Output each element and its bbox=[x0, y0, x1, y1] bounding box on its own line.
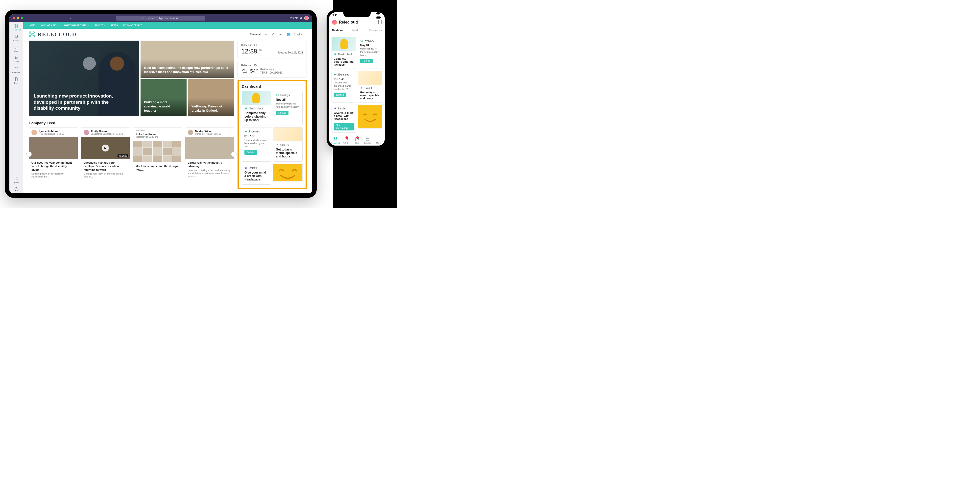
nav-more[interactable]: ⋯ More bbox=[373, 137, 384, 144]
feed-thumb bbox=[29, 137, 78, 159]
partly-cloudy-icon bbox=[241, 68, 248, 74]
calendar-icon bbox=[366, 137, 370, 141]
rail-more[interactable]: … bbox=[15, 88, 18, 90]
forward-icon[interactable]: › bbox=[70, 16, 71, 20]
nav-news[interactable]: NEWS bbox=[111, 24, 118, 27]
nav-happening[interactable]: WHAT'S HAPPENING ⌄ bbox=[64, 24, 89, 27]
see-all-button[interactable]: See all bbox=[360, 59, 373, 63]
details-button[interactable]: Details bbox=[245, 150, 257, 155]
hero-tertiary-2[interactable]: Wellbeing: Carve out breaks in Outlook bbox=[188, 79, 234, 116]
tab-feed[interactable]: Feed bbox=[352, 27, 358, 34]
refresh-icon[interactable]: ⟳ bbox=[271, 32, 275, 37]
more-icon[interactable]: ⋯ bbox=[283, 16, 286, 20]
calendar-icon bbox=[276, 94, 279, 97]
rail-activity[interactable]: Activity bbox=[13, 34, 19, 41]
nav-findit[interactable]: FIND IT ⌄ bbox=[95, 24, 106, 27]
bell-icon bbox=[14, 34, 19, 39]
window-minimize-icon[interactable] bbox=[17, 17, 19, 19]
tab-dashboard[interactable]: Dashboard bbox=[332, 27, 346, 34]
feed-card[interactable]: Emily Bruan Leadership Connection • Sep … bbox=[81, 128, 130, 181]
back-icon[interactable]: ‹ bbox=[67, 16, 68, 20]
brand-name: RELECLOUD bbox=[38, 31, 76, 38]
status-bar: 9:41 bbox=[329, 13, 385, 18]
nav-home[interactable]: HOME bbox=[29, 24, 35, 27]
svg-rect-25 bbox=[379, 11, 380, 14]
video-duration: 00:14:06 bbox=[118, 155, 128, 158]
svg-rect-23 bbox=[377, 13, 378, 14]
svg-point-7 bbox=[17, 57, 18, 58]
dash-expenses[interactable]: Expenses $167.52 Unsubmitted expenses ba… bbox=[242, 127, 271, 162]
feed-next-button[interactable]: › bbox=[231, 152, 237, 157]
nav-calendar[interactable]: Calendar bbox=[362, 137, 373, 144]
main-right: Relecloud HQ 12:39 PM Tuesday Sept 28, 2… bbox=[237, 41, 307, 189]
status-time: 9:41 bbox=[332, 14, 337, 17]
hero-primary[interactable]: Launching new product innovation, develo… bbox=[29, 41, 139, 116]
signal-icon bbox=[376, 11, 380, 14]
star-icon[interactable]: ☆ bbox=[264, 32, 268, 37]
chevron-down-icon: ⌄ bbox=[103, 24, 106, 27]
calendar-icon bbox=[360, 39, 363, 42]
feed-heading: Company Feed bbox=[29, 121, 234, 125]
dash-holidays[interactable]: Holidays Nov 25 Thanksgiving is the next… bbox=[273, 91, 302, 125]
ph-insights[interactable]: Insights Give your mind a break with Hea… bbox=[331, 105, 356, 133]
svg-rect-8 bbox=[15, 67, 18, 70]
hero-tertiary-1[interactable]: Building a more sustainable world togeth… bbox=[140, 79, 186, 116]
tenant-name: Relecloud bbox=[289, 16, 302, 20]
start-meditating-button[interactable]: Start meditating bbox=[334, 123, 354, 131]
rail-files[interactable]: Files bbox=[14, 77, 19, 84]
user-avatar[interactable] bbox=[304, 16, 309, 20]
svg-rect-27 bbox=[380, 17, 381, 18]
ph-health[interactable]: Health check Complete before entering fa… bbox=[331, 37, 356, 69]
nav-relecloud[interactable]: Relecloud bbox=[330, 137, 341, 144]
heart-icon bbox=[245, 107, 247, 110]
page: HOME WHO WE ARE ⌄ WHAT'S HAPPENING ⌄ FIN… bbox=[23, 22, 312, 193]
search-placeholder: Search or type a command bbox=[146, 17, 179, 19]
rail-apps[interactable]: Apps bbox=[14, 176, 19, 183]
dash-headspace[interactable] bbox=[273, 164, 302, 182]
details-button[interactable]: Details bbox=[334, 93, 346, 97]
rail-teams[interactable]: Teams bbox=[13, 56, 19, 63]
health-illustration bbox=[242, 91, 271, 105]
svg-rect-24 bbox=[378, 12, 379, 14]
play-icon bbox=[276, 144, 279, 146]
hero-secondary[interactable]: Meet the team behind the design: How par… bbox=[140, 41, 234, 78]
user-avatar[interactable] bbox=[332, 20, 337, 25]
tab-general[interactable]: General bbox=[250, 33, 261, 36]
feed-card[interactable]: Lynne Robbins Relecloud News • Sep 19 Ou… bbox=[29, 128, 78, 181]
link-icon[interactable]: ⚯ bbox=[279, 32, 283, 37]
author-avatar bbox=[188, 130, 193, 135]
ph-cafe[interactable]: Café 40 Get today's menu, specials and h… bbox=[358, 71, 382, 103]
nav-activity[interactable]: 1 Activity bbox=[341, 137, 351, 144]
see-all-button[interactable]: See all bbox=[276, 111, 288, 115]
ph-holidays[interactable]: Holidays May 31 Memorial day is the next… bbox=[358, 37, 382, 69]
nav-who[interactable]: WHO WE ARE ⌄ bbox=[41, 24, 59, 27]
play-icon bbox=[360, 86, 363, 89]
chat-icon bbox=[14, 45, 19, 49]
ph-expenses[interactable]: Expenses $167.52 Unsumbitted expense bal… bbox=[331, 71, 356, 103]
nav-chat[interactable]: 2 Chat bbox=[352, 137, 362, 144]
dash-health[interactable]: Health check Complete daily before showi… bbox=[242, 91, 271, 125]
dash-cafe[interactable]: Café 40 Get today's menu, specials and h… bbox=[273, 127, 302, 162]
ph-headspace[interactable] bbox=[358, 105, 382, 129]
rail-calendar[interactable]: Calendar bbox=[13, 66, 20, 73]
headspace-face-icon bbox=[274, 164, 302, 181]
bookmark-icon[interactable] bbox=[378, 20, 382, 24]
language-select[interactable]: English ⌄ bbox=[294, 33, 307, 36]
command-search[interactable]: Search or type a command bbox=[116, 16, 205, 21]
feed-card-featured[interactable]: Featured Relecloud News Yesterday at 12:… bbox=[133, 128, 182, 181]
weather-widget: Relecloud HQ 54°F Partly cloudy 76°/45° … bbox=[237, 61, 307, 78]
window-zoom-icon[interactable] bbox=[21, 17, 23, 19]
feed-prev-button[interactable]: ‹ bbox=[26, 152, 32, 157]
dash-insights[interactable]: Insights Give your mind a break with Hea… bbox=[242, 164, 271, 185]
nav-mysp[interactable]: MY SHAREPOINT bbox=[123, 24, 142, 27]
rail-chat[interactable]: Chat bbox=[14, 45, 19, 52]
hero-secondary-title: Meet the team behind the design: How par… bbox=[144, 66, 231, 74]
feed-thumb bbox=[133, 140, 182, 163]
feed-card[interactable]: Nestor Wilke Consumer Retail • Sept 21 V… bbox=[185, 128, 234, 181]
window-close-icon[interactable] bbox=[13, 17, 15, 19]
tab-resources[interactable]: Resources bbox=[369, 27, 382, 34]
desktop-device-frame: ‹ › Search or type a command ⋯ Relecloud… bbox=[5, 10, 317, 198]
history-nav: ‹ › bbox=[67, 16, 71, 20]
rail-relecloud[interactable]: Relecloud bbox=[12, 24, 21, 31]
rail-help[interactable] bbox=[14, 187, 19, 191]
